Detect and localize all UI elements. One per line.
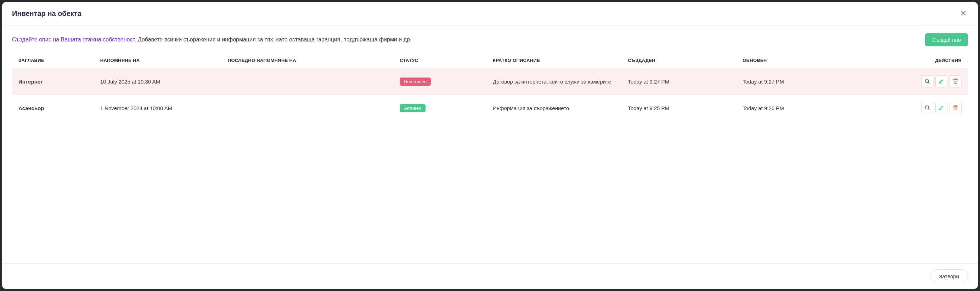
description-rest: Добавете всички съоражения и информация … bbox=[136, 36, 411, 43]
col-short-desc: КРАТКО ОПИСАНИЕ bbox=[487, 54, 622, 68]
col-status: СТАТУС bbox=[393, 54, 487, 68]
col-title: ЗАГЛАВИЕ bbox=[12, 54, 94, 68]
col-actions: ДЕЙСТВИЯ bbox=[851, 54, 968, 68]
table-row: Асансьор1 November 2024 at 10:00 AMАктив… bbox=[12, 95, 968, 122]
modal-footer: Затвори bbox=[2, 263, 978, 289]
close-icon bbox=[960, 10, 967, 17]
description-text: Създайте опис на Вашата етажна собствено… bbox=[12, 36, 411, 44]
search-icon bbox=[924, 105, 930, 112]
col-last-reminder: ПОСЛЕДНО НАПОМНЯНЕ НА bbox=[221, 54, 393, 68]
cell-actions bbox=[851, 68, 968, 95]
edit-icon bbox=[939, 105, 944, 112]
cell-created: Today at 9:27 PM bbox=[622, 68, 736, 95]
cell-status: Активен bbox=[393, 95, 487, 122]
description-row: Създайте опис на Вашата етажна собствено… bbox=[12, 33, 968, 46]
cell-updated: Today at 9:26 PM bbox=[736, 95, 851, 122]
trash-icon bbox=[953, 105, 958, 112]
status-badge: Активен bbox=[400, 104, 426, 112]
svg-line-6 bbox=[928, 109, 929, 110]
svg-line-3 bbox=[928, 82, 929, 83]
modal-title: Инвентар на обекта bbox=[12, 9, 81, 18]
cell-title: Интернет bbox=[12, 68, 94, 95]
edit-button[interactable] bbox=[935, 75, 947, 87]
view-button[interactable] bbox=[921, 75, 933, 87]
create-new-button[interactable]: Създай нов bbox=[925, 33, 968, 46]
cell-created: Today at 9:25 PM bbox=[622, 95, 736, 122]
inventory-modal: Инвентар на обекта Създайте опис на Ваша… bbox=[2, 2, 978, 289]
footer-close-button[interactable]: Затвори bbox=[930, 269, 968, 283]
edit-button[interactable] bbox=[935, 102, 947, 114]
cell-last-reminder bbox=[221, 95, 393, 122]
view-button[interactable] bbox=[921, 102, 933, 114]
trash-icon bbox=[953, 78, 958, 85]
cell-status: Неактивен bbox=[393, 68, 487, 95]
delete-button[interactable] bbox=[950, 75, 962, 87]
edit-icon bbox=[939, 78, 944, 85]
modal-body: Създайте опис на Вашата етажна собствено… bbox=[2, 25, 978, 263]
delete-button[interactable] bbox=[950, 102, 962, 114]
col-updated: ОБНОВЕН bbox=[736, 54, 851, 68]
cell-last-reminder bbox=[221, 68, 393, 95]
cell-actions bbox=[851, 95, 968, 122]
cell-description: Информация за съоражението bbox=[487, 95, 622, 122]
cell-description: Договор за интернета, който служи за кам… bbox=[487, 68, 622, 95]
col-created: СЪЗДАДЕН bbox=[622, 54, 736, 68]
table-row: Интернет10 July 2025 at 10:30 AMНеактиве… bbox=[12, 68, 968, 95]
modal-header: Инвентар на обекта bbox=[2, 2, 978, 25]
col-reminder: НАПОМНЯНЕ НА bbox=[94, 54, 221, 68]
cell-reminder: 10 July 2025 at 10:30 AM bbox=[94, 68, 221, 95]
status-badge: Неактивен bbox=[400, 77, 431, 86]
description-link[interactable]: Създайте опис на Вашата етажна собствено… bbox=[12, 36, 136, 43]
close-button[interactable] bbox=[959, 8, 968, 19]
cell-updated: Today at 9:27 PM bbox=[736, 68, 851, 95]
cell-title: Асансьор bbox=[12, 95, 94, 122]
inventory-table: ЗАГЛАВИЕ НАПОМНЯНЕ НА ПОСЛЕДНО НАПОМНЯНЕ… bbox=[12, 54, 968, 121]
cell-reminder: 1 November 2024 at 10:00 AM bbox=[94, 95, 221, 122]
search-icon bbox=[924, 78, 930, 85]
